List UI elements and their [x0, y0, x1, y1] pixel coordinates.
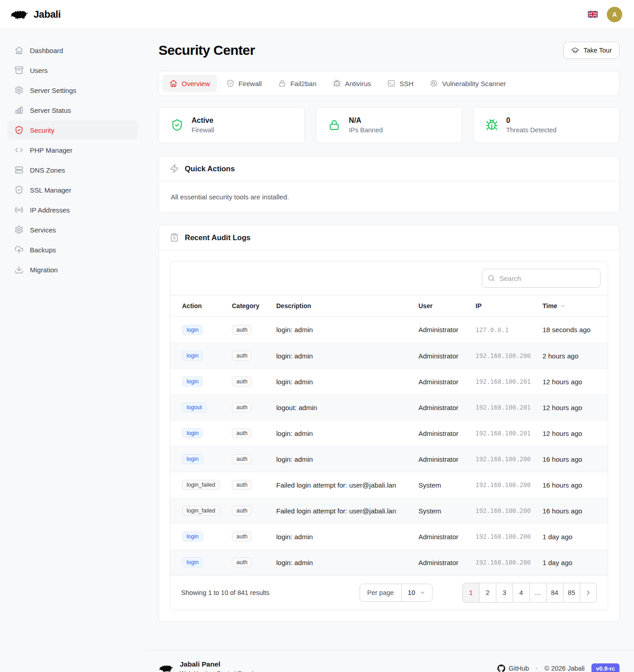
category-badge: auth [232, 377, 252, 387]
sidebar-item-backups[interactable]: Backups [7, 240, 138, 259]
action-badge: login_failed [182, 506, 220, 516]
sidebar-item-php-manager[interactable]: PHP Manager [7, 140, 138, 160]
category-badge: auth [232, 532, 252, 541]
status-card-firewall: Active Firewall [158, 107, 305, 143]
user-cell: System [418, 507, 476, 515]
tab-ssh[interactable]: SSH [380, 75, 420, 92]
sidebar-item-server-status[interactable]: Server Status [7, 101, 138, 120]
table-row: login auth login: admin Administrator 12… [170, 317, 608, 343]
sidebar: Dashboard Users Server Settings Server S… [0, 29, 145, 292]
gear-icon [14, 225, 24, 234]
bug-icon [333, 79, 341, 87]
sidebar-item-server-settings[interactable]: Server Settings [7, 81, 138, 100]
page-button[interactable]: 2 [479, 583, 496, 603]
column-header-category[interactable]: Category [232, 302, 276, 309]
graduation-cap-icon [571, 46, 579, 54]
tab-vulnerability-scanner[interactable]: Vulnerability Scanner [423, 75, 513, 92]
sidebar-item-migration[interactable]: Migration [7, 260, 138, 279]
ip-cell: 192.168.100.201 [476, 404, 543, 411]
chevron-down-icon [419, 590, 426, 596]
terminal-icon [387, 79, 395, 87]
category-badge: auth [232, 428, 252, 438]
action-badge: login [182, 557, 203, 567]
page-button[interactable]: 3 [496, 583, 513, 603]
action-badge: login_failed [182, 480, 220, 490]
tab-label: SSH [399, 80, 413, 87]
table-row: login auth login: admin Administrator 19… [170, 446, 608, 472]
language-flag-icon[interactable] [588, 11, 598, 18]
action-badge: login [182, 532, 203, 541]
sidebar-item-label: IP Addresses [30, 206, 70, 214]
tab-firewall[interactable]: Firewall [220, 75, 269, 92]
status-cards: Active Firewall N/A IPs Banned [158, 107, 620, 143]
tab-antivirus[interactable]: Antivirus [326, 75, 378, 92]
table-row: login auth login: admin Administrator 19… [170, 368, 608, 394]
description-cell: Failed login attempt for: user@jabali.la… [276, 481, 418, 489]
search-input[interactable] [482, 269, 600, 288]
next-page-button[interactable] [580, 583, 597, 603]
footer-tagline: Web Hosting Control Panel [180, 670, 254, 672]
tab-overview[interactable]: Overview [163, 75, 217, 92]
page-buttons: 1 2 3 4 … 84 8 [462, 583, 597, 603]
column-header-time[interactable]: Time [543, 302, 596, 309]
download-icon [14, 265, 24, 274]
lock-icon [328, 119, 341, 131]
sidebar-item-label: Dashboard [30, 47, 63, 54]
page-button[interactable]: … [529, 583, 547, 603]
column-header-description[interactable]: Description [276, 302, 418, 309]
ip-cell: 192.168.100.200 [476, 481, 543, 488]
user-cell: Administrator [418, 378, 476, 386]
table-row: logout auth logout: admin Administrator … [170, 394, 608, 420]
ip-cell: 127.0.0.1 [476, 326, 543, 334]
security-tabs: Overview Firewall Fail2ban Antiv [158, 71, 620, 96]
per-page-value: 10 [408, 589, 415, 596]
sidebar-item-ssl-manager[interactable]: SSL Manager [7, 180, 138, 199]
github-link[interactable]: GitHub [497, 664, 529, 672]
ip-cell: 192.168.100.200 [476, 533, 543, 540]
user-avatar[interactable]: A [607, 7, 622, 22]
sidebar-item-label: Server Status [30, 106, 71, 114]
per-page-select[interactable]: Per page 10 [360, 584, 432, 602]
signal-icon [14, 205, 24, 214]
time-cell: 18 seconds ago [543, 326, 596, 334]
table-header-row: Action Category Description User IP Time [170, 295, 608, 317]
page-button[interactable]: 4 [513, 583, 530, 603]
description-cell: login: admin [276, 430, 418, 437]
brand-name: Jabali [34, 9, 61, 20]
brand-logo[interactable]: Jabali [10, 8, 61, 21]
shield-check-icon [14, 185, 24, 194]
page-button[interactable]: 1 [462, 583, 480, 603]
sidebar-item-security[interactable]: Security [7, 121, 138, 140]
bug-icon [485, 119, 498, 131]
column-header-user[interactable]: User [418, 302, 476, 309]
gear-icon [14, 86, 24, 95]
status-value: Active [192, 116, 214, 125]
user-cell: Administrator [418, 455, 476, 463]
audit-table: Action Category Description User IP Time [170, 261, 608, 610]
tab-fail2ban[interactable]: Fail2ban [271, 75, 323, 92]
page-button[interactable]: 85 [563, 583, 580, 603]
column-header-ip[interactable]: IP [476, 302, 543, 309]
sidebar-item-label: Backups [30, 246, 56, 254]
action-badge: login [182, 454, 203, 464]
page-button[interactable]: 84 [546, 583, 563, 603]
category-badge: auth [232, 557, 252, 567]
table-row: login auth login: admin Administrator 19… [170, 549, 608, 575]
sidebar-item-dashboard[interactable]: Dashboard [7, 41, 138, 60]
description-cell: login: admin [276, 378, 418, 386]
lock-icon [278, 79, 286, 87]
sidebar-item-dns-zones[interactable]: DNS Zones [7, 160, 138, 179]
per-page-label: Per page [360, 584, 402, 601]
sidebar-item-users[interactable]: Users [7, 61, 138, 80]
category-badge: auth [232, 480, 252, 490]
sidebar-item-services[interactable]: Services [7, 220, 138, 239]
zap-icon [170, 164, 179, 173]
take-tour-button[interactable]: Take Tour [563, 42, 620, 59]
time-cell: 1 day ago [543, 559, 596, 566]
sidebar-item-label: PHP Manager [30, 146, 72, 154]
column-header-action[interactable]: Action [182, 302, 232, 309]
table-row: login auth login: admin Administrator 19… [170, 523, 608, 549]
ip-cell: 192.168.100.201 [476, 378, 543, 385]
status-label: IPs Banned [349, 126, 383, 134]
sidebar-item-ip-addresses[interactable]: IP Addresses [7, 200, 138, 219]
